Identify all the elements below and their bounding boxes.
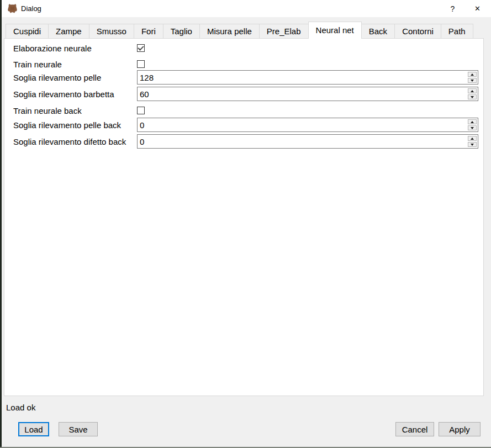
tab-cuspidi[interactable]: Cuspidi bbox=[6, 24, 49, 39]
spinner-buttons bbox=[468, 88, 477, 99]
train-neurale-back-checkbox[interactable] bbox=[137, 107, 145, 114]
leather-hide-icon bbox=[7, 3, 18, 15]
train-neurale-checkbox[interactable] bbox=[137, 60, 145, 68]
field-label: Train neurale back bbox=[13, 106, 137, 115]
arrow-down-icon bbox=[471, 127, 474, 129]
cancel-button[interactable]: Cancel bbox=[395, 422, 434, 436]
tab-bar: Cuspidi Zampe Smusso Fori Taglio Misura … bbox=[6, 22, 473, 39]
arrow-down-icon bbox=[471, 80, 474, 82]
title-bar: Dialog ? ✕ bbox=[2, 0, 491, 17]
tab-path[interactable]: Path bbox=[441, 24, 473, 39]
spin-down-button[interactable] bbox=[468, 94, 477, 99]
save-button[interactable]: Save bbox=[59, 422, 98, 436]
tab-neural-net[interactable]: Neural net bbox=[308, 22, 362, 39]
spinner-buttons bbox=[468, 72, 477, 83]
arrow-down-icon bbox=[471, 96, 474, 98]
spin-up-button[interactable] bbox=[468, 88, 477, 93]
field-label: Soglia rilevamento pelle bbox=[13, 73, 137, 82]
spin-up-button[interactable] bbox=[468, 72, 477, 77]
spin-up-button[interactable] bbox=[468, 136, 477, 141]
tab-fori[interactable]: Fori bbox=[134, 24, 163, 39]
spin-up-button[interactable] bbox=[468, 119, 477, 124]
spin-down-button[interactable] bbox=[468, 125, 477, 130]
spin-down-button[interactable] bbox=[468, 78, 477, 83]
form-row-soglia-pelle-back: Soglia rilevamento pelle back bbox=[13, 118, 478, 132]
tab-back[interactable]: Back bbox=[361, 24, 395, 39]
tab-taglio[interactable]: Taglio bbox=[163, 24, 200, 39]
field-label: Elaborazione neurale bbox=[13, 44, 137, 53]
arrow-up-icon bbox=[471, 121, 474, 123]
elaborazione-neurale-checkbox[interactable] bbox=[137, 44, 145, 52]
spinner-buttons bbox=[468, 136, 477, 147]
tab-contorni[interactable]: Contorni bbox=[394, 24, 441, 39]
form-row-soglia-barbetta: Soglia rilevamento barbetta bbox=[13, 87, 478, 101]
close-button[interactable]: ✕ bbox=[465, 0, 490, 17]
spinner-buttons bbox=[468, 119, 477, 130]
field-label: Train neurale bbox=[13, 60, 137, 69]
field-label: Soglia rilevamento pelle back bbox=[13, 120, 137, 130]
soglia-barbetta-spinbox bbox=[137, 87, 478, 101]
desktop-edge-left bbox=[0, 0, 2, 448]
form-row-soglia-difetto-back: Soglia rilevamento difetto back bbox=[13, 134, 478, 149]
soglia-barbetta-input[interactable] bbox=[138, 87, 466, 101]
help-icon: ? bbox=[451, 4, 455, 13]
apply-button[interactable]: Apply bbox=[439, 422, 481, 436]
arrow-down-icon bbox=[471, 144, 474, 146]
form-row-train-neurale-back: Train neurale back bbox=[13, 104, 478, 117]
tab-smusso[interactable]: Smusso bbox=[89, 24, 134, 39]
soglia-pelle-back-spinbox bbox=[137, 118, 478, 132]
tab-page-neural-net: Elaborazione neurale Train neurale Sogli… bbox=[4, 38, 484, 396]
soglia-difetto-back-spinbox bbox=[137, 134, 478, 149]
load-button[interactable]: Load bbox=[18, 422, 49, 436]
tab-pre-elab[interactable]: Pre_Elab bbox=[259, 24, 309, 39]
tab-misura-pelle[interactable]: Misura pelle bbox=[199, 24, 260, 39]
close-icon: ✕ bbox=[474, 4, 481, 13]
soglia-pelle-spinbox bbox=[137, 70, 478, 85]
soglia-difetto-back-input[interactable] bbox=[138, 135, 466, 148]
arrow-up-icon bbox=[471, 73, 474, 76]
soglia-pelle-input[interactable] bbox=[138, 71, 466, 84]
soglia-pelle-back-input[interactable] bbox=[138, 118, 466, 131]
status-text: Load ok bbox=[6, 403, 35, 412]
field-label: Soglia rilevamento barbetta bbox=[13, 89, 137, 99]
help-button[interactable]: ? bbox=[440, 0, 465, 17]
arrow-up-icon bbox=[471, 138, 474, 140]
form-row-soglia-pelle: Soglia rilevamento pelle bbox=[13, 70, 478, 85]
window-title: Dialog bbox=[21, 4, 41, 13]
spin-down-button[interactable] bbox=[468, 142, 477, 147]
arrow-up-icon bbox=[471, 90, 474, 92]
tab-zampe[interactable]: Zampe bbox=[48, 24, 89, 39]
form-row-elaborazione-neurale: Elaborazione neurale bbox=[13, 42, 478, 54]
form-row-train-neurale: Train neurale bbox=[13, 58, 478, 70]
field-label: Soglia rilevamento difetto back bbox=[13, 137, 137, 146]
